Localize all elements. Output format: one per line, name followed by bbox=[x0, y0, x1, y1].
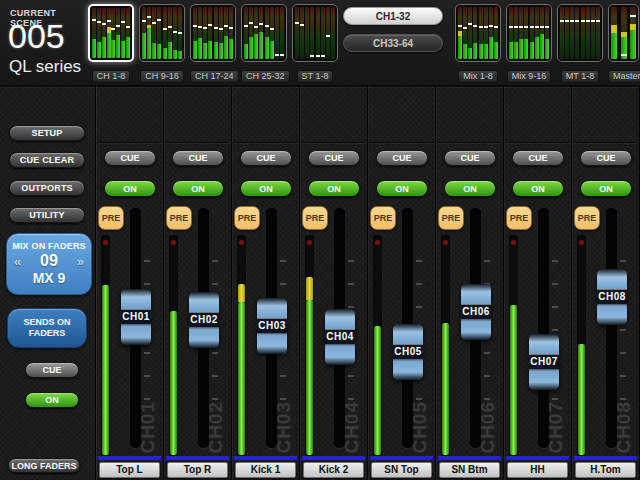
next-mix-arrow-icon[interactable]: » bbox=[77, 254, 84, 269]
meter-bar bbox=[586, 7, 590, 59]
channel-cue-button[interactable]: CUE bbox=[444, 150, 496, 166]
channel-name[interactable]: HH bbox=[507, 462, 568, 478]
layer-button-ch1-32[interactable]: CH1-32 bbox=[343, 7, 443, 25]
channel-cue-button[interactable]: CUE bbox=[376, 150, 428, 166]
fader-tick bbox=[484, 352, 490, 354]
channel-color-bar bbox=[574, 456, 637, 460]
mix-on-faders-panel[interactable]: MIX ON FADERS « 09 » MX 9 bbox=[6, 233, 92, 295]
channel-strip-ch08: CUE ON PRE CH08 CH08 H.Tom bbox=[572, 85, 640, 480]
meter-block-label: CH 1-8 bbox=[88, 65, 134, 83]
pre-badge[interactable]: PRE bbox=[370, 206, 396, 230]
channel-name[interactable]: Top R bbox=[167, 462, 228, 478]
utility-button[interactable]: UTILITY bbox=[9, 207, 85, 223]
fader-cap[interactable]: CH07 bbox=[529, 334, 559, 390]
channel-cue-button[interactable]: CUE bbox=[512, 150, 564, 166]
meter-bar bbox=[280, 7, 284, 59]
channel-color-bar bbox=[302, 456, 365, 460]
layer-button-ch33-64[interactable]: CH33-64 bbox=[343, 34, 443, 52]
channel-name[interactable]: Kick 1 bbox=[235, 462, 296, 478]
channel-meter-green bbox=[238, 302, 245, 455]
sends-on-faders-button[interactable]: SENDS ON FADERS bbox=[7, 308, 87, 348]
channel-on-button[interactable]: ON bbox=[444, 180, 496, 197]
setup-button[interactable]: SETUP bbox=[9, 125, 85, 141]
meter-block-ch-1-8[interactable]: CH 1-8 bbox=[88, 4, 134, 83]
channel-cue-button[interactable]: CUE bbox=[104, 150, 156, 166]
layer-buttons: CH1-32 CH33-64 bbox=[343, 7, 443, 52]
pre-badge[interactable]: PRE bbox=[98, 206, 124, 230]
pre-badge[interactable]: PRE bbox=[302, 206, 328, 230]
fader-cap[interactable]: CH01 bbox=[121, 289, 151, 345]
channel-on-button[interactable]: ON bbox=[104, 180, 156, 197]
fader-tick bbox=[212, 375, 218, 377]
meter-block-ch-25-32[interactable]: CH 25-32 bbox=[241, 4, 287, 83]
fader-cap[interactable]: CH06 bbox=[461, 284, 491, 340]
channel-name[interactable]: SN Btm bbox=[439, 462, 500, 478]
pre-badge[interactable]: PRE bbox=[506, 206, 532, 230]
meter-bar bbox=[265, 7, 269, 59]
meter-bridge-right: Mix 1-8 Mix 9-16 MT 1-8 Master bbox=[455, 4, 639, 83]
channel-on-button[interactable]: ON bbox=[308, 180, 360, 197]
fader-tick bbox=[620, 375, 626, 377]
meter-peak-dot bbox=[171, 240, 176, 245]
channel-cue-button[interactable]: CUE bbox=[580, 150, 632, 166]
fader-cap[interactable]: CH02 bbox=[189, 292, 219, 348]
pre-badge[interactable]: PRE bbox=[166, 206, 192, 230]
cue-clear-button[interactable]: CUE CLEAR bbox=[9, 152, 85, 168]
channel-name[interactable]: H.Tom bbox=[575, 462, 636, 478]
channel-on-button[interactable]: ON bbox=[376, 180, 428, 197]
meter-bar bbox=[163, 7, 167, 59]
meter-block-mix-1-8[interactable]: Mix 1-8 bbox=[455, 4, 501, 83]
meter-peak-dot bbox=[579, 240, 584, 245]
outports-button[interactable]: OUTPORTS bbox=[9, 180, 85, 196]
channel-name[interactable]: SN Top bbox=[371, 462, 432, 478]
meter-bar bbox=[565, 7, 569, 59]
channel-color-bar bbox=[438, 456, 501, 460]
fader-cap-label: CH04 bbox=[325, 329, 355, 346]
channel-strip-ch03: CUE ON PRE CH03 CH03 Kick 1 bbox=[232, 85, 300, 480]
channel-on-button[interactable]: ON bbox=[240, 180, 292, 197]
pre-badge[interactable]: PRE bbox=[234, 206, 260, 230]
console-series-label: QL series bbox=[9, 57, 81, 77]
pre-badge[interactable]: PRE bbox=[438, 206, 464, 230]
meter-block-mix-9-16[interactable]: Mix 9-16 bbox=[506, 4, 552, 83]
fader-tick bbox=[552, 398, 558, 400]
channel-strip-ch07: CUE ON PRE CH07 CH07 HH bbox=[504, 85, 572, 480]
meter-bar bbox=[560, 7, 564, 59]
meter-bar bbox=[152, 7, 156, 59]
mix-name: MX 9 bbox=[7, 270, 91, 286]
fader-tick bbox=[416, 260, 422, 262]
channel-on-button[interactable]: ON bbox=[580, 180, 632, 197]
pre-badge[interactable]: PRE bbox=[574, 206, 600, 230]
meter-block-mt-1-8[interactable]: MT 1-8 bbox=[557, 4, 603, 83]
sidebar-cue-button[interactable]: CUE bbox=[25, 362, 79, 378]
meter-block-ch-9-16[interactable]: CH 9-16 bbox=[139, 4, 185, 83]
meter-block-st-1-8[interactable]: ST 1-8 bbox=[292, 4, 338, 83]
channel-cue-button[interactable]: CUE bbox=[308, 150, 360, 166]
channel-on-button[interactable]: ON bbox=[172, 180, 224, 197]
fader-tick bbox=[144, 352, 150, 354]
meter-bar bbox=[178, 7, 182, 59]
meter-bar bbox=[305, 7, 309, 59]
fader-cap[interactable]: CH03 bbox=[257, 298, 287, 354]
meter-bar bbox=[249, 7, 253, 59]
sidebar-on-button[interactable]: ON bbox=[25, 392, 79, 408]
mix-on-faders-label: MIX ON FADERS bbox=[7, 241, 91, 251]
channel-on-button[interactable]: ON bbox=[512, 180, 564, 197]
channel-cue-button[interactable]: CUE bbox=[240, 150, 292, 166]
fader-tick bbox=[212, 283, 218, 285]
fader-cap[interactable]: CH08 bbox=[597, 269, 627, 325]
channel-name[interactable]: Kick 2 bbox=[303, 462, 364, 478]
meter-bar bbox=[514, 7, 518, 59]
strip-divider bbox=[370, 142, 433, 143]
fader-cap[interactable]: CH04 bbox=[325, 309, 355, 365]
fader-cap[interactable]: CH05 bbox=[393, 324, 423, 380]
channel-cue-button[interactable]: CUE bbox=[172, 150, 224, 166]
meter-block-ch-17-24[interactable]: CH 17-24 bbox=[190, 4, 236, 83]
prev-mix-arrow-icon[interactable]: « bbox=[14, 254, 21, 269]
meter-block-master[interactable]: Master bbox=[608, 4, 639, 83]
channel-color-bar bbox=[234, 456, 297, 460]
meter-bar bbox=[316, 7, 320, 59]
long-faders-button[interactable]: LONG FADERS bbox=[8, 458, 80, 473]
meter-bridge-left: CH 1-8 CH 9-16 CH 17-24 CH 25-32 ST 1-8 bbox=[88, 4, 338, 83]
channel-name[interactable]: Top L bbox=[99, 462, 160, 478]
